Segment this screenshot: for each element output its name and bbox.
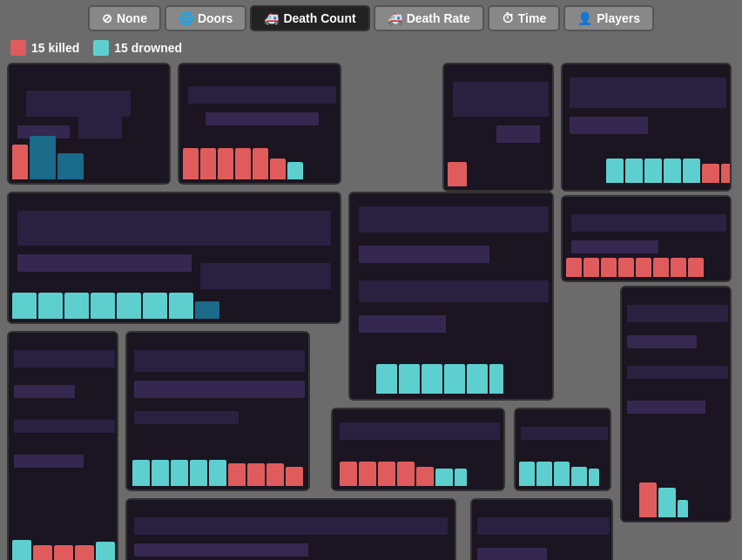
level-scene-1 — [9, 64, 169, 183]
nav-none[interactable]: ⊘ None — [88, 5, 161, 31]
level-scene-6 — [350, 193, 552, 399]
bars-6 — [376, 364, 503, 394]
nav-death-rate[interactable]: 🚑 Death Rate — [374, 5, 484, 31]
death-rate-icon: 🚑 — [388, 11, 402, 25]
level-scene-4 — [563, 64, 730, 190]
level-card-3[interactable] — [442, 63, 554, 192]
level-card-12[interactable] — [620, 286, 732, 523]
level-card-6[interactable] — [348, 192, 554, 401]
players-icon: 👤 — [577, 11, 592, 25]
level-scene-2 — [179, 64, 340, 183]
level-scene-13 — [127, 500, 455, 560]
nav-death-count[interactable]: 🚑 Death Count — [250, 5, 369, 31]
level-card-2[interactable] — [178, 63, 341, 185]
level-scene-10 — [333, 409, 503, 489]
level-card-1[interactable] — [7, 63, 171, 185]
death-count-icon: 🚑 — [264, 11, 279, 25]
killed-swatch — [10, 40, 26, 56]
nav-players[interactable]: 👤 Players — [563, 5, 654, 31]
nav-time[interactable]: ⏱ Time — [488, 5, 560, 31]
level-card-7[interactable] — [561, 195, 732, 282]
doors-icon: 🌐 — [179, 11, 193, 25]
legend-killed: 15 killed — [10, 40, 79, 56]
level-scene-5 — [9, 193, 340, 322]
level-card-4[interactable] — [561, 63, 732, 192]
legend-drowned: 15 drowned — [93, 40, 182, 56]
level-card-10[interactable] — [331, 408, 505, 491]
bars-9 — [132, 460, 303, 486]
level-scene-12 — [622, 287, 730, 521]
bars-7 — [566, 258, 704, 277]
level-scene-3 — [444, 64, 552, 190]
nav-doors[interactable]: 🌐 Doors — [165, 5, 246, 31]
level-card-9[interactable] — [125, 331, 310, 491]
bars-12 — [639, 482, 688, 517]
bars-2 — [183, 148, 303, 179]
level-scene-7 — [563, 197, 730, 280]
level-card-5[interactable] — [7, 192, 341, 324]
level-card-8[interactable] — [7, 331, 118, 560]
bars-5 — [12, 293, 219, 319]
level-scene-8 — [9, 333, 117, 560]
drowned-swatch — [93, 40, 109, 56]
level-card-11[interactable] — [514, 408, 611, 491]
legend: 15 killed 15 drowned — [0, 37, 742, 63]
bars-4 — [606, 159, 730, 183]
levels-grid — [0, 63, 742, 560]
none-icon: ⊘ — [102, 11, 112, 25]
time-icon: ⏱ — [502, 11, 514, 25]
bars-8 — [12, 540, 115, 560]
level-card-13[interactable] — [125, 498, 456, 560]
top-nav: ⊘ None 🌐 Doors 🚑 Death Count 🚑 Death Rat… — [0, 0, 742, 37]
level-scene-11 — [516, 409, 610, 489]
bars-3 — [448, 162, 467, 186]
level-scene-14 — [472, 500, 611, 560]
bars-11 — [519, 462, 599, 486]
level-card-14[interactable] — [470, 498, 613, 560]
level-scene-9 — [127, 333, 308, 489]
bars-1 — [12, 136, 84, 179]
bars-10 — [340, 462, 467, 486]
